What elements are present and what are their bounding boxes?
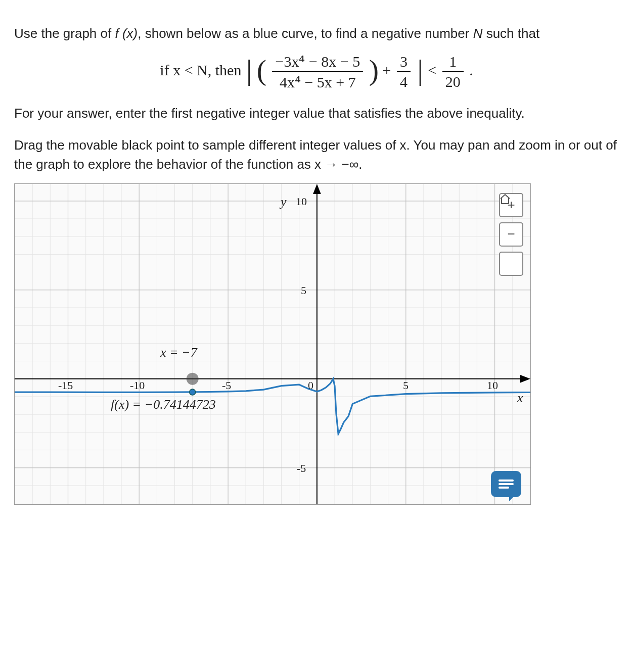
three-quarter-fraction: 3 4 — [397, 53, 411, 90]
tick-x--15: -15 — [58, 379, 73, 392]
intro-paragraph: Use the graph of f (x), shown below as a… — [14, 24, 619, 43]
instruction-paragraph-2: Drag the movable black point to sample d… — [14, 136, 619, 174]
tick-y-10: 10 — [296, 195, 307, 208]
tick-x-10: 10 — [487, 379, 498, 392]
home-icon — [499, 193, 511, 205]
chat-button[interactable] — [491, 471, 521, 497]
cond-prefix: if x < N, then — [160, 62, 245, 78]
point-x-label: x = −7 — [160, 345, 198, 360]
paren-open: ( — [257, 54, 266, 86]
intro-fx: f (x) — [115, 26, 138, 41]
zoom-out-button[interactable]: − — [499, 222, 523, 247]
one-twentieth-fraction: 1 20 — [442, 53, 464, 90]
inner-frac-den: 4x⁴ − 5x + 7 — [272, 72, 363, 91]
inner-fraction: −3x⁴ − 8x − 5 4x⁴ − 5x + 7 — [272, 53, 363, 91]
intro-nvar: N — [473, 26, 483, 41]
period: . — [469, 62, 473, 78]
tick-x-5: 5 — [403, 379, 409, 392]
tick-x-0: 0 — [308, 379, 313, 392]
abs-open: | — [245, 55, 253, 86]
ot-den: 20 — [442, 72, 464, 90]
paren-close: ) — [369, 54, 379, 86]
intro-tail: such that — [482, 26, 539, 41]
y-axis-label: y — [279, 195, 287, 209]
abs-close: | — [416, 55, 424, 86]
graph-svg[interactable]: -15 -10 -5 0 5 10 10 5 -5 y x x = −7 f(x… — [15, 184, 530, 504]
y-axis-arrow-icon — [313, 184, 321, 194]
point-fx-label: f(x) = −0.74144723 — [111, 397, 216, 412]
ot-num: 1 — [442, 53, 464, 72]
grid-minor-h — [15, 201, 530, 486]
tick-x--10: -10 — [130, 379, 145, 392]
grid-minor-v — [15, 184, 513, 504]
tq-num: 3 — [397, 53, 411, 72]
home-button[interactable] — [499, 252, 523, 276]
intro-prefix: Use the graph of — [14, 26, 115, 41]
lt-sign: < — [428, 62, 440, 78]
inner-frac-num: −3x⁴ − 8x − 5 — [272, 53, 363, 72]
plus-sign: + — [383, 62, 395, 78]
inequality-display: if x < N, then | ( −3x⁴ − 8x − 5 4x⁴ − 5… — [14, 53, 619, 91]
tick-y--5: -5 — [297, 462, 306, 474]
intro-suffix: , shown below as a blue curve, to find a… — [138, 26, 473, 41]
x-axis-arrow-icon — [520, 375, 530, 383]
x-axis-label: x — [517, 391, 523, 405]
movable-point-halo[interactable] — [187, 373, 199, 385]
chat-icon — [499, 478, 514, 490]
grid-major — [15, 184, 530, 504]
tq-den: 4 — [397, 72, 411, 90]
graph-panel[interactable]: -15 -10 -5 0 5 10 10 5 -5 y x x = −7 f(x… — [14, 183, 531, 505]
minus-icon: − — [507, 226, 515, 242]
tick-x--5: -5 — [222, 379, 231, 392]
function-curve — [15, 379, 530, 434]
movable-point[interactable] — [190, 389, 196, 395]
instruction-paragraph-1: For your answer, enter the first negativ… — [14, 104, 619, 123]
tick-y-5: 5 — [301, 284, 306, 297]
graph-controls: + − — [499, 193, 523, 276]
